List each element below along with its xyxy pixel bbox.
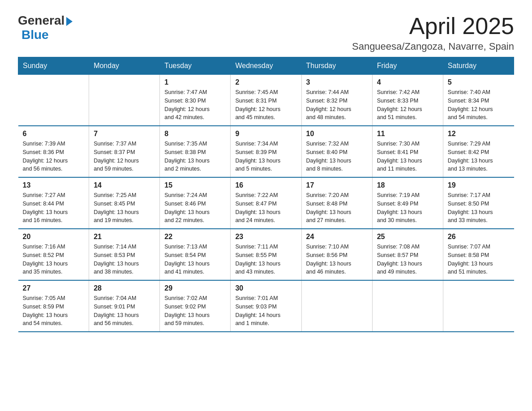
day-info: Sunrise: 7:10 AM Sunset: 8:56 PM Dayligh… xyxy=(306,243,368,276)
page-header: General Blue April 2025 Sangueesa/Zangoz… xyxy=(18,13,514,52)
day-info: Sunrise: 7:19 AM Sunset: 8:49 PM Dayligh… xyxy=(377,191,438,225)
day-info: Sunrise: 7:07 AM Sunset: 8:58 PM Dayligh… xyxy=(448,243,510,276)
weekday-header-monday: Monday xyxy=(89,57,160,75)
day-number: 6 xyxy=(23,130,85,138)
day-info: Sunrise: 7:39 AM Sunset: 8:36 PM Dayligh… xyxy=(23,140,85,173)
calendar-cell: 28Sunrise: 7:04 AM Sunset: 9:01 PM Dayli… xyxy=(89,280,160,332)
day-info: Sunrise: 7:44 AM Sunset: 8:32 PM Dayligh… xyxy=(306,88,368,122)
calendar-cell: 13Sunrise: 7:27 AM Sunset: 8:44 PM Dayli… xyxy=(18,177,89,229)
calendar-cell: 24Sunrise: 7:10 AM Sunset: 8:56 PM Dayli… xyxy=(301,229,372,280)
calendar-cell xyxy=(89,75,160,126)
day-info: Sunrise: 7:11 AM Sunset: 8:55 PM Dayligh… xyxy=(235,243,296,276)
calendar-cell: 22Sunrise: 7:13 AM Sunset: 8:54 PM Dayli… xyxy=(160,229,231,280)
calendar-cell: 15Sunrise: 7:24 AM Sunset: 8:46 PM Dayli… xyxy=(160,177,231,229)
weekday-header-thursday: Thursday xyxy=(301,57,372,75)
day-info: Sunrise: 7:25 AM Sunset: 8:45 PM Dayligh… xyxy=(94,191,155,225)
day-number: 13 xyxy=(23,181,85,189)
day-number: 23 xyxy=(235,233,296,241)
day-number: 11 xyxy=(377,130,438,138)
calendar-table: SundayMondayTuesdayWednesdayThursdayFrid… xyxy=(18,57,514,332)
day-info: Sunrise: 7:24 AM Sunset: 8:46 PM Dayligh… xyxy=(164,191,226,225)
day-info: Sunrise: 7:29 AM Sunset: 8:42 PM Dayligh… xyxy=(448,140,510,173)
day-number: 21 xyxy=(94,233,155,241)
calendar-week-row: 27Sunrise: 7:05 AM Sunset: 8:59 PM Dayli… xyxy=(18,280,514,332)
calendar-cell: 18Sunrise: 7:19 AM Sunset: 8:49 PM Dayli… xyxy=(372,177,443,229)
calendar-cell: 10Sunrise: 7:32 AM Sunset: 8:40 PM Dayli… xyxy=(301,126,372,177)
day-info: Sunrise: 7:35 AM Sunset: 8:38 PM Dayligh… xyxy=(164,140,226,173)
day-number: 5 xyxy=(448,78,510,86)
calendar-cell: 5Sunrise: 7:40 AM Sunset: 8:34 PM Daylig… xyxy=(443,75,514,126)
calendar-cell: 21Sunrise: 7:14 AM Sunset: 8:53 PM Dayli… xyxy=(89,229,160,280)
day-info: Sunrise: 7:08 AM Sunset: 8:57 PM Dayligh… xyxy=(377,243,438,276)
day-number: 24 xyxy=(306,233,368,241)
day-info: Sunrise: 7:14 AM Sunset: 8:53 PM Dayligh… xyxy=(94,243,155,276)
calendar-cell: 29Sunrise: 7:02 AM Sunset: 9:02 PM Dayli… xyxy=(160,280,231,332)
month-title: April 2025 xyxy=(352,13,514,39)
weekday-header-row: SundayMondayTuesdayWednesdayThursdayFrid… xyxy=(18,57,514,75)
day-info: Sunrise: 7:47 AM Sunset: 8:30 PM Dayligh… xyxy=(164,88,226,122)
calendar-cell: 11Sunrise: 7:30 AM Sunset: 8:41 PM Dayli… xyxy=(372,126,443,177)
day-number: 22 xyxy=(164,233,226,241)
calendar-cell: 16Sunrise: 7:22 AM Sunset: 8:47 PM Dayli… xyxy=(231,177,301,229)
day-info: Sunrise: 7:40 AM Sunset: 8:34 PM Dayligh… xyxy=(448,88,510,122)
day-number: 18 xyxy=(377,181,438,189)
day-number: 17 xyxy=(306,181,368,189)
calendar-cell: 23Sunrise: 7:11 AM Sunset: 8:55 PM Dayli… xyxy=(231,229,301,280)
calendar-cell: 4Sunrise: 7:42 AM Sunset: 8:33 PM Daylig… xyxy=(372,75,443,126)
calendar-cell xyxy=(18,75,89,126)
day-number: 19 xyxy=(448,181,510,189)
day-number: 7 xyxy=(94,130,155,138)
day-info: Sunrise: 7:45 AM Sunset: 8:31 PM Dayligh… xyxy=(235,88,296,122)
day-number: 30 xyxy=(235,284,296,292)
day-info: Sunrise: 7:05 AM Sunset: 8:59 PM Dayligh… xyxy=(23,294,85,328)
calendar-week-row: 13Sunrise: 7:27 AM Sunset: 8:44 PM Dayli… xyxy=(18,177,514,229)
day-number: 9 xyxy=(235,130,296,138)
logo-arrow-icon xyxy=(66,17,73,26)
day-info: Sunrise: 7:17 AM Sunset: 8:50 PM Dayligh… xyxy=(448,191,510,225)
day-info: Sunrise: 7:37 AM Sunset: 8:37 PM Dayligh… xyxy=(94,140,155,173)
calendar-week-row: 6Sunrise: 7:39 AM Sunset: 8:36 PM Daylig… xyxy=(18,126,514,177)
day-number: 8 xyxy=(164,130,226,138)
logo-general-text: General xyxy=(18,13,64,28)
day-info: Sunrise: 7:02 AM Sunset: 9:02 PM Dayligh… xyxy=(164,294,226,328)
day-number: 25 xyxy=(377,233,438,241)
calendar-cell: 12Sunrise: 7:29 AM Sunset: 8:42 PM Dayli… xyxy=(443,126,514,177)
calendar-cell: 27Sunrise: 7:05 AM Sunset: 8:59 PM Dayli… xyxy=(18,280,89,332)
calendar-cell: 19Sunrise: 7:17 AM Sunset: 8:50 PM Dayli… xyxy=(443,177,514,229)
calendar-cell xyxy=(372,280,443,332)
day-info: Sunrise: 7:20 AM Sunset: 8:48 PM Dayligh… xyxy=(306,191,368,225)
day-number: 2 xyxy=(235,78,296,86)
day-info: Sunrise: 7:42 AM Sunset: 8:33 PM Dayligh… xyxy=(377,88,438,122)
day-info: Sunrise: 7:27 AM Sunset: 8:44 PM Dayligh… xyxy=(23,191,85,225)
weekday-header-wednesday: Wednesday xyxy=(231,57,301,75)
calendar-cell: 26Sunrise: 7:07 AM Sunset: 8:58 PM Dayli… xyxy=(443,229,514,280)
day-info: Sunrise: 7:16 AM Sunset: 8:52 PM Dayligh… xyxy=(23,243,85,276)
calendar-cell: 8Sunrise: 7:35 AM Sunset: 8:38 PM Daylig… xyxy=(160,126,231,177)
weekday-header-saturday: Saturday xyxy=(443,57,514,75)
day-info: Sunrise: 7:04 AM Sunset: 9:01 PM Dayligh… xyxy=(94,294,155,328)
calendar-week-row: 20Sunrise: 7:16 AM Sunset: 8:52 PM Dayli… xyxy=(18,229,514,280)
day-number: 3 xyxy=(306,78,368,86)
calendar-cell: 20Sunrise: 7:16 AM Sunset: 8:52 PM Dayli… xyxy=(18,229,89,280)
day-number: 27 xyxy=(23,284,85,292)
calendar-cell: 30Sunrise: 7:01 AM Sunset: 9:03 PM Dayli… xyxy=(231,280,301,332)
day-number: 28 xyxy=(94,284,155,292)
day-number: 1 xyxy=(164,78,226,86)
calendar-week-row: 1Sunrise: 7:47 AM Sunset: 8:30 PM Daylig… xyxy=(18,75,514,126)
day-number: 20 xyxy=(23,233,85,241)
weekday-header-friday: Friday xyxy=(372,57,443,75)
calendar-cell: 2Sunrise: 7:45 AM Sunset: 8:31 PM Daylig… xyxy=(231,75,301,126)
day-number: 29 xyxy=(164,284,226,292)
day-number: 14 xyxy=(94,181,155,189)
calendar-cell xyxy=(443,280,514,332)
calendar-cell: 14Sunrise: 7:25 AM Sunset: 8:45 PM Dayli… xyxy=(89,177,160,229)
calendar-cell: 25Sunrise: 7:08 AM Sunset: 8:57 PM Dayli… xyxy=(372,229,443,280)
day-number: 12 xyxy=(448,130,510,138)
calendar-cell xyxy=(301,280,372,332)
calendar-cell: 1Sunrise: 7:47 AM Sunset: 8:30 PM Daylig… xyxy=(160,75,231,126)
day-info: Sunrise: 7:13 AM Sunset: 8:54 PM Dayligh… xyxy=(164,243,226,276)
calendar-cell: 9Sunrise: 7:34 AM Sunset: 8:39 PM Daylig… xyxy=(231,126,301,177)
calendar-cell: 17Sunrise: 7:20 AM Sunset: 8:48 PM Dayli… xyxy=(301,177,372,229)
weekday-header-tuesday: Tuesday xyxy=(160,57,231,75)
day-number: 26 xyxy=(448,233,510,241)
